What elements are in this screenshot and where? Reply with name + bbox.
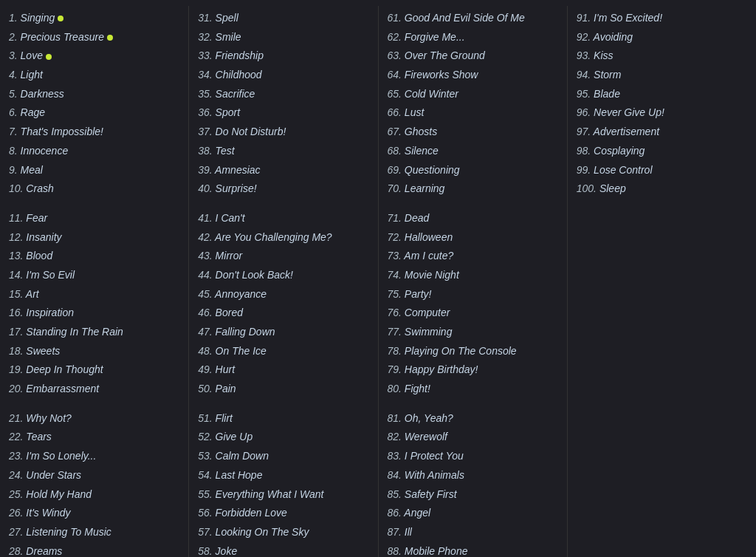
track-item[interactable]: 22. Tears bbox=[6, 428, 182, 447]
track-title: Do Not Disturb! bbox=[216, 126, 286, 137]
track-item[interactable]: 100. Sleep bbox=[574, 180, 750, 199]
track-item[interactable]: 84. With Animals bbox=[385, 466, 561, 485]
track-item[interactable]: 75. Party! bbox=[385, 285, 561, 304]
track-item[interactable]: 14. I'm So Evil bbox=[6, 266, 182, 285]
track-item[interactable]: 94. Storm bbox=[574, 66, 750, 85]
track-item[interactable]: 91. I'm So Excited! bbox=[574, 9, 750, 28]
track-item[interactable]: 21. Why Not? bbox=[6, 409, 182, 428]
track-item[interactable]: 96. Never Give Up! bbox=[574, 103, 750, 123]
track-item[interactable]: 64. Fireworks Show bbox=[385, 66, 561, 85]
track-item[interactable]: 51. Flirt bbox=[195, 409, 371, 428]
track-item[interactable]: 66. Lust bbox=[385, 103, 561, 123]
track-item[interactable]: 40. Surprise! bbox=[195, 180, 371, 199]
track-item[interactable]: 24. Under Stars bbox=[6, 466, 182, 485]
track-item[interactable]: 62. Forgive Me... bbox=[385, 28, 561, 47]
track-item[interactable]: 43. Mirror bbox=[195, 247, 371, 266]
track-item[interactable]: 88. Mobile Phone bbox=[385, 542, 561, 557]
track-item[interactable]: 16. Inspiration bbox=[6, 304, 182, 323]
track-item[interactable]: 20. Embarrassment bbox=[6, 380, 182, 399]
track-item[interactable]: 46. Bored bbox=[195, 304, 371, 323]
track-item[interactable]: 35. Sacrifice bbox=[195, 85, 371, 104]
track-item[interactable]: 50. Pain bbox=[195, 380, 371, 399]
track-item[interactable]: 57. Looking On The Sky bbox=[195, 523, 371, 542]
track-item[interactable]: 28. Dreams bbox=[6, 542, 182, 557]
track-item[interactable]: 63. Over The Ground bbox=[385, 47, 561, 66]
track-item[interactable]: 92. Avoiding bbox=[574, 28, 750, 47]
track-item[interactable]: 26. It's Windy bbox=[6, 504, 182, 523]
track-item[interactable]: 76. Computer bbox=[385, 304, 561, 323]
track-item[interactable]: 98. Cosplaying bbox=[574, 142, 750, 161]
track-item[interactable]: 95. Blade bbox=[574, 85, 750, 104]
track-title: It's Windy bbox=[26, 507, 70, 519]
track-item[interactable]: 34. Childhood bbox=[195, 66, 371, 85]
track-item[interactable]: 78. Playing On The Console bbox=[385, 342, 561, 361]
track-item[interactable]: 69. Questioning bbox=[385, 161, 561, 180]
track-item[interactable]: 42. Are You Challenging Me? bbox=[195, 228, 371, 247]
track-item[interactable]: 56. Forbidden Love bbox=[195, 504, 371, 523]
track-item[interactable]: 86. Angel bbox=[385, 504, 561, 523]
track-item[interactable]: 12. Insanity bbox=[6, 228, 182, 247]
track-item[interactable]: 83. I Protect You bbox=[385, 447, 561, 466]
track-item[interactable]: 68. Silence bbox=[385, 142, 561, 161]
track-item[interactable]: 5. Darkness bbox=[6, 85, 182, 104]
track-item[interactable]: 54. Last Hope bbox=[195, 466, 371, 485]
track-item[interactable]: 79. Happy Birthday! bbox=[385, 360, 561, 380]
track-item[interactable]: 36. Sport bbox=[195, 103, 371, 123]
track-title: Questioning bbox=[405, 164, 460, 176]
track-item[interactable]: 61. Good And Evil Side Of Me bbox=[385, 9, 561, 28]
track-item[interactable]: 17. Standing In The Rain bbox=[6, 323, 182, 342]
track-item[interactable]: 19. Deep In Thought bbox=[6, 360, 182, 380]
track-item[interactable]: 80. Fight! bbox=[385, 380, 561, 399]
track-item[interactable]: 9. Meal bbox=[6, 161, 182, 180]
track-item[interactable]: 55. Everything What I Want bbox=[195, 485, 371, 505]
track-item[interactable]: 27. Listening To Music bbox=[6, 523, 182, 542]
track-item[interactable]: 87. Ill bbox=[385, 523, 561, 542]
track-item[interactable]: 99. Lose Control bbox=[574, 161, 750, 180]
track-item[interactable]: 1. Singing bbox=[6, 9, 182, 28]
track-item[interactable]: 6. Rage bbox=[6, 103, 182, 123]
track-item[interactable]: 32. Smile bbox=[195, 28, 371, 47]
track-item[interactable]: 71. Dead bbox=[385, 209, 561, 228]
track-item[interactable]: 81. Oh, Yeah? bbox=[385, 409, 561, 428]
track-item[interactable]: 53. Calm Down bbox=[195, 447, 371, 466]
track-item[interactable]: 11. Fear bbox=[6, 209, 182, 228]
track-item[interactable]: 97. Advertisement bbox=[574, 123, 750, 142]
track-item[interactable]: 18. Sweets bbox=[6, 342, 182, 361]
track-item[interactable]: 44. Don't Look Back! bbox=[195, 266, 371, 285]
track-item[interactable]: 31. Spell bbox=[195, 9, 371, 28]
track-item[interactable]: 74. Movie Night bbox=[385, 266, 561, 285]
track-item[interactable]: 49. Hurt bbox=[195, 360, 371, 380]
track-item[interactable]: 70. Learning bbox=[385, 180, 561, 199]
track-item[interactable]: 39. Amnesiac bbox=[195, 161, 371, 180]
track-item[interactable]: 73. Am I cute? bbox=[385, 247, 561, 266]
track-item[interactable]: 25. Hold My Hand bbox=[6, 485, 182, 505]
track-item[interactable]: 3. Love bbox=[6, 47, 182, 66]
track-title: Looking On The Sky bbox=[216, 526, 309, 538]
track-item[interactable]: 48. On The Ice bbox=[195, 342, 371, 361]
track-item[interactable]: 2. Precious Treasure bbox=[6, 28, 182, 47]
track-item[interactable]: 8. Innocence bbox=[6, 142, 182, 161]
track-number: 40. bbox=[198, 182, 215, 194]
track-item[interactable]: 93. Kiss bbox=[574, 47, 750, 66]
track-item[interactable]: 65. Cold Winter bbox=[385, 85, 561, 104]
track-item[interactable]: 72. Halloween bbox=[385, 228, 561, 247]
track-item[interactable]: 45. Annoyance bbox=[195, 285, 371, 304]
track-item[interactable]: 41. I Can't bbox=[195, 209, 371, 228]
track-item[interactable]: 33. Friendship bbox=[195, 47, 371, 66]
track-item[interactable]: 4. Light bbox=[6, 66, 182, 85]
track-item[interactable]: 13. Blood bbox=[6, 247, 182, 266]
track-item[interactable]: 7. That's Impossible! bbox=[6, 123, 182, 142]
track-item[interactable]: 52. Give Up bbox=[195, 428, 371, 447]
track-item[interactable]: 47. Falling Down bbox=[195, 323, 371, 342]
track-item[interactable]: 37. Do Not Disturb! bbox=[195, 123, 371, 142]
track-item[interactable]: 82. Werewolf bbox=[385, 428, 561, 447]
track-item[interactable]: 38. Test bbox=[195, 142, 371, 161]
track-item[interactable]: 77. Swimming bbox=[385, 323, 561, 342]
track-item[interactable]: 85. Safety First bbox=[385, 485, 561, 505]
track-item[interactable]: 58. Joke bbox=[195, 542, 371, 557]
track-item[interactable]: 15. Art bbox=[6, 285, 182, 304]
track-title: Computer bbox=[405, 307, 450, 318]
track-item[interactable]: 67. Ghosts bbox=[385, 123, 561, 142]
track-item[interactable]: 23. I'm So Lonely... bbox=[6, 447, 182, 466]
track-item[interactable]: 10. Crash bbox=[6, 180, 182, 199]
